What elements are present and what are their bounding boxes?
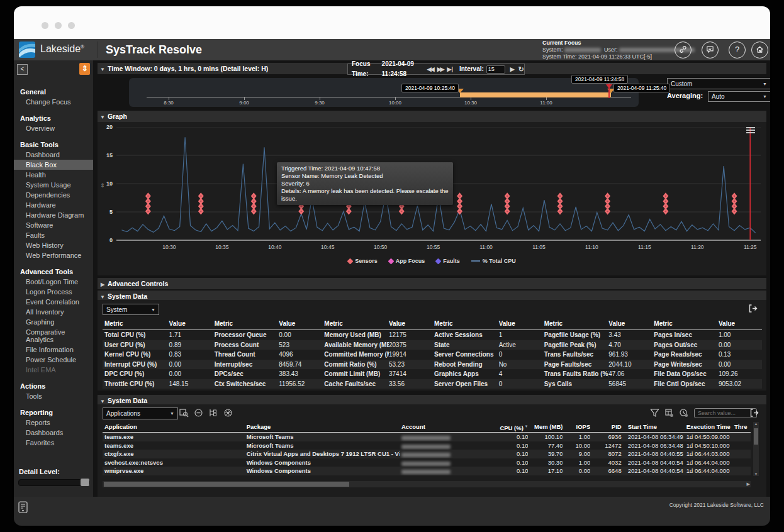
metrics-row[interactable]: Total CPU (%)1.71Processor Queue0.00Memo…	[103, 330, 762, 340]
table-row[interactable]: ctxgfx.exeCitrix Virtual Apps and Deskto…	[103, 450, 751, 458]
sidebar-item-power-schedule[interactable]: Power Schedule	[14, 355, 93, 365]
horizontal-scrollbar-thumb[interactable]	[104, 482, 349, 487]
sidebar-item-favorites[interactable]: Favorites	[14, 438, 93, 448]
sidebar-item-health[interactable]: Health	[14, 170, 93, 180]
sidebar-item-intel-ema[interactable]: Intel EMA	[14, 365, 93, 375]
legend-item-faults[interactable]: Faults	[436, 258, 460, 264]
sidebar-item-all-inventory[interactable]: All Inventory	[14, 307, 93, 317]
home-icon[interactable]	[751, 42, 768, 58]
window-control-dot[interactable]	[42, 22, 48, 29]
window-control-dot[interactable]	[68, 22, 75, 29]
column-header-package[interactable]: Package	[245, 422, 400, 432]
sidebar-item-comparative-analytics[interactable]: Comparative Analytics	[14, 327, 93, 345]
column-header-start-time[interactable]: Start Time	[622, 422, 684, 432]
table-row[interactable]: svchost.exe:netsvcsWindows Components0.1…	[103, 458, 751, 467]
metrics-row[interactable]: User CPU (%)0.89Process Count523Availabl…	[103, 340, 762, 350]
vertical-scrollbar[interactable]: ▲ ▼	[753, 422, 759, 476]
detail-level-slider[interactable]	[18, 479, 90, 486]
sidebar-item-dashboards[interactable]: Dashboards	[14, 428, 93, 438]
table-row[interactable]: teams.exeMicrosoft Teams0.1077.4010.0012…	[103, 441, 751, 450]
wheel-icon[interactable]	[223, 408, 233, 418]
skip-to-end-icon[interactable]: ▶|	[447, 64, 453, 74]
saved-search-icon[interactable]	[679, 408, 689, 418]
zoom-out-icon[interactable]	[194, 408, 204, 418]
column-header-mem-mb-[interactable]: Mem (MB)	[528, 422, 563, 432]
graph-menu-icon[interactable]	[746, 127, 755, 135]
rewind-icon[interactable]: ◀◀	[427, 64, 434, 74]
scroll-down-icon[interactable]: ▼	[753, 472, 759, 476]
hierarchy-icon[interactable]	[208, 408, 218, 418]
table-row[interactable]: wmiprvse.exeWindows Components0.1017.100…	[103, 467, 751, 475]
legend-item-sensors[interactable]: Sensors	[348, 258, 378, 264]
applications-selector[interactable]: Applications▼	[103, 407, 178, 419]
y-axis-adjust-icon[interactable]: ⇕	[100, 182, 105, 189]
refresh-icon[interactable]: ↻	[518, 64, 524, 74]
sidebar-item-boot-logon-time[interactable]: Boot/Logon Time	[14, 277, 93, 287]
legend-item-app-focus[interactable]: App Focus	[389, 258, 425, 264]
column-header-thre[interactable]: Thre	[733, 422, 751, 432]
timeline-selection-band[interactable]	[460, 92, 611, 97]
fast-forward-icon[interactable]: ▶▶	[437, 64, 444, 74]
sidebar-item-logon-process[interactable]: Logon Process	[14, 287, 93, 297]
sidebar-item-overview[interactable]: Overview	[14, 123, 93, 133]
sidebar-item-dashboard[interactable]: Dashboard	[14, 150, 93, 160]
sidebar-item-event-correlation[interactable]: Event Correlation	[14, 297, 93, 307]
sidebar-item-change-focus[interactable]: Change Focus	[14, 97, 93, 107]
sidebar-item-tools[interactable]: Tools	[14, 391, 93, 401]
feedback-icon[interactable]	[702, 42, 719, 58]
play-icon[interactable]: ▶	[510, 64, 515, 74]
detail-level-slider-thumb[interactable]	[81, 479, 89, 486]
sidebar-item-reports[interactable]: Reports	[14, 418, 93, 428]
interval-input[interactable]	[486, 65, 505, 74]
column-header-account[interactable]: Account	[400, 422, 490, 432]
column-chooser-icon[interactable]	[664, 408, 675, 418]
timeline[interactable]: 8:309:009:3010:0010:3011:00 2021-04-09 1…	[129, 78, 639, 107]
sidebar-item-dependencies[interactable]: Dependencies	[14, 190, 93, 200]
zoom-selection-icon[interactable]	[179, 408, 189, 418]
column-header-pid[interactable]: PID	[590, 422, 621, 432]
sidebar-item-hardware-diagram[interactable]: Hardware Diagram	[14, 210, 93, 220]
vertical-scrollbar-thumb[interactable]	[754, 428, 758, 445]
averaging-select[interactable]: Auto▼	[708, 91, 770, 102]
window-control-dot[interactable]	[55, 22, 62, 29]
metrics-row[interactable]: DPC CPU (%)0.00DPCs/sec383.43Commit Limi…	[103, 369, 762, 379]
sidebar-item-faults[interactable]: Faults	[14, 230, 93, 240]
sidebar-collapse-button[interactable]: <	[17, 64, 28, 75]
collapse-caret-icon[interactable]: ▼	[98, 64, 108, 75]
help-icon[interactable]: ?	[729, 42, 746, 58]
metrics-row[interactable]: Kernel CPU (%)0.83Thread Count4096Commit…	[103, 350, 762, 360]
sidebar-item-hardware[interactable]: Hardware	[14, 200, 93, 210]
sidebar-item-black-box[interactable]: Black Box	[14, 160, 93, 170]
time-window-bar[interactable]: ▼Time Window: 0 days, 1 hrs, 0 mins (Det…	[98, 63, 766, 74]
export-icon[interactable]	[749, 408, 759, 418]
sidebar-item-web-performance[interactable]: Web Performance	[14, 250, 93, 260]
scroll-right-icon[interactable]: ▶	[747, 482, 750, 487]
sidebar-resize-icon[interactable]: ⇕	[79, 63, 90, 75]
column-header-execution-time[interactable]: Execution Time	[684, 422, 733, 432]
graph-section-bar[interactable]: ▼Graph	[98, 111, 766, 122]
scroll-up-icon[interactable]: ▲	[753, 422, 759, 426]
link-icon[interactable]	[675, 42, 692, 58]
export-icon[interactable]	[748, 304, 758, 313]
time-range-select[interactable]: Custom▼	[667, 78, 770, 89]
sort-filter-icon[interactable]: ▼	[524, 424, 529, 428]
agent-info-icon[interactable]	[18, 501, 28, 513]
metrics-row[interactable]: Interrupt CPU (%)0.00Interrupt/sec8459.7…	[103, 360, 762, 370]
sidebar-item-web-history[interactable]: Web History	[14, 240, 93, 250]
legend-item--total-cpu[interactable]: % Total CPU	[471, 258, 516, 264]
system-data-selector[interactable]: System▼	[103, 304, 159, 315]
table-row[interactable]: teams.exeMicrosoft Teams0.10100.101.0069…	[103, 433, 751, 441]
expand-caret-icon[interactable]: ▶	[98, 279, 108, 291]
sidebar-item-graphing[interactable]: Graphing	[14, 317, 93, 327]
sidebar-item-software[interactable]: Software	[14, 220, 93, 230]
column-header-cpu-[interactable]: CPU (%) ▼	[490, 422, 529, 432]
metrics-row[interactable]: Throttle CPU (%)148.15Ctx Switches/sec11…	[103, 379, 762, 389]
filter-icon[interactable]	[650, 408, 660, 418]
column-header-application[interactable]: Application	[103, 422, 245, 432]
sidebar-item-file-information[interactable]: File Information	[14, 345, 93, 355]
column-header-iops[interactable]: IOPS	[563, 422, 590, 432]
search-input[interactable]	[694, 408, 757, 418]
sidebar-item-system-usage[interactable]: System Usage	[14, 180, 93, 190]
advanced-controls-bar[interactable]: ▶Advanced Controls	[98, 278, 766, 289]
horizontal-scrollbar[interactable]: ▶	[103, 481, 751, 487]
